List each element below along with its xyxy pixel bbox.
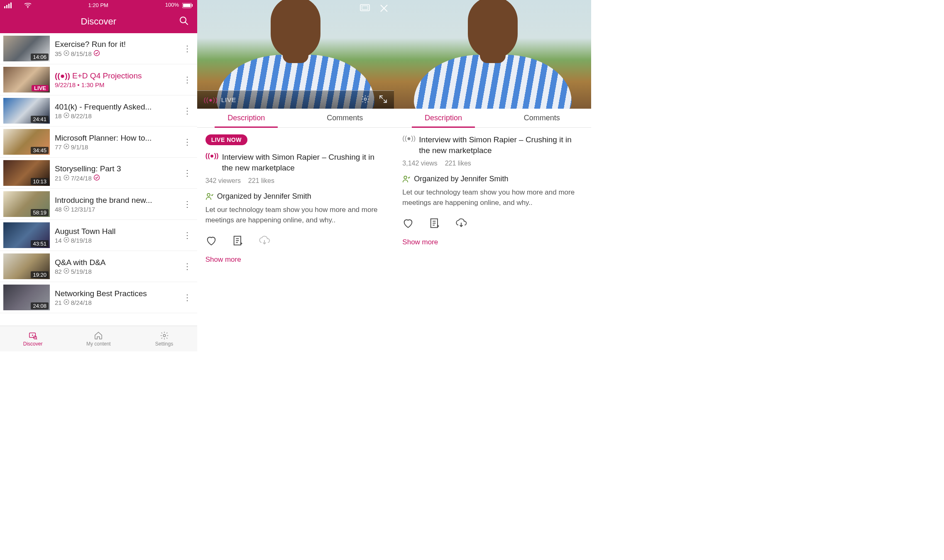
broadcast-icon: ((●)) [205,152,219,160]
svg-point-32 [163,334,166,337]
close-button[interactable] [380,4,388,14]
item-meta: 35 8/15/18 [55,50,181,58]
svg-marker-11 [66,52,68,54]
svg-line-31 [36,338,37,339]
list-item[interactable]: 19:20Q&A with D&A82 5/19/18⋮ [0,251,197,282]
stats-row: 3,142 views 221 likes [402,160,583,167]
player-vod-pane: Description Comments ((●)) Interview wit… [394,0,591,351]
list-item[interactable]: 43:51August Town Hall14 8/19/18⋮ [0,220,197,251]
add-to-list-button[interactable] [232,235,244,248]
cast-button[interactable] [360,4,370,14]
watched-icon [93,50,100,58]
svg-marker-21 [66,207,68,209]
svg-point-37 [364,98,367,100]
video-title: Interview with Simon Rapier – Crushing i… [419,134,583,156]
page-title: Discover [81,16,117,27]
show-more-button[interactable]: Show more [402,238,583,246]
list-item[interactable]: 14:06Exercise? Run for it!35 8/15/18 ⋮ [0,33,197,64]
video-title: Interview with Simon Rapier – Crushing i… [222,152,386,173]
list-item[interactable]: 24:08Networking Best Practices21 8/24/18… [0,282,197,313]
list-item[interactable]: LIVE((●)) E+D Q4 Projections9/22/18 • 1:… [0,64,197,95]
svg-line-38 [380,96,383,99]
list-item[interactable]: 24:41401(k) - Frequently Asked...18 8/22… [0,95,197,127]
thumbnail: 14:06 [3,36,50,61]
organizer-label: Organized by Jennifer Smith [414,175,508,183]
add-to-list-button[interactable] [429,217,440,231]
item-meta: 21 7/24/18 [55,174,181,182]
svg-rect-7 [192,4,193,7]
item-title: August Town Hall [55,227,181,236]
item-title: Exercise? Run for it! [55,40,181,49]
nav-settings[interactable]: Settings [131,326,197,351]
thumbnail: 24:41 [3,98,50,124]
settings-button[interactable] [361,95,370,105]
broadcast-icon: ((●)) [55,71,72,80]
home-icon [94,331,103,340]
more-button[interactable]: ⋮ [181,230,194,240]
video-description: Let our technology team show you how mor… [205,205,386,225]
tab-description[interactable]: Description [394,109,492,127]
person-icon [205,192,214,201]
search-icon [179,16,189,26]
list-item[interactable]: 10:13Storyselling: Part 321 7/24/18 ⋮ [0,158,197,189]
more-button[interactable]: ⋮ [181,261,194,271]
video-area-live[interactable]: ((●)) LIVE [197,0,394,109]
svg-marker-14 [66,114,68,116]
broadcast-icon: ((●)) [402,134,416,142]
more-button[interactable]: ⋮ [181,199,194,209]
tab-comments[interactable]: Comments [296,109,394,127]
item-meta: 18 8/22/18 [55,112,181,119]
discover-header: Discover [0,10,197,33]
item-meta: 77 9/1/18 [55,144,181,151]
status-time: 1:20 PM [88,2,108,8]
thumbnail: 19:20 [3,253,50,279]
item-meta: 9/22/18 • 1:30 PM [55,81,181,88]
video-list[interactable]: 14:06Exercise? Run for it!35 8/15/18 ⋮LI… [0,33,197,326]
discover-pane: 1:20 PM 100% Discover 14:06Exercise? Run… [0,0,197,351]
battery-icon [182,3,193,8]
svg-marker-29 [32,334,34,336]
duration-label: 58:19 [31,209,49,216]
live-indicator: ((●)) LIVE [204,96,237,103]
like-button[interactable] [402,217,414,231]
more-button[interactable]: ⋮ [181,44,194,54]
video-controls: ((●)) LIVE [197,90,394,109]
svg-rect-33 [360,5,369,11]
like-button[interactable] [205,235,217,248]
item-title: Storyselling: Part 3 [55,164,181,173]
play-count-icon [64,50,69,57]
list-item[interactable]: 34:45Microsoft Planner: How to...77 9/1/… [0,127,197,158]
video-description: Let our technology team show you how mor… [402,187,583,208]
tabs-vod: Description Comments [394,109,591,128]
tab-description[interactable]: Description [197,109,296,127]
item-meta: 14 8/19/18 [55,237,181,244]
video-area-vod[interactable] [394,0,591,109]
gear-icon [361,95,370,104]
svg-rect-6 [183,4,191,7]
tabs-live: Description Comments [197,109,394,128]
list-item[interactable]: 58:19Introducing the brand new...48 12/3… [0,189,197,220]
duration-label: 24:41 [31,116,49,123]
item-title: 401(k) - Frequently Asked... [55,102,181,112]
nav-mycontent[interactable]: My content [66,326,131,351]
more-button[interactable]: ⋮ [181,75,194,85]
svg-rect-0 [4,6,5,8]
cloud-download-icon [259,235,270,246]
show-more-button[interactable]: Show more [205,256,386,264]
play-count-icon [64,299,69,306]
svg-line-9 [185,22,188,24]
fullscreen-button[interactable] [379,95,387,105]
download-button[interactable] [455,217,467,231]
more-button[interactable]: ⋮ [181,106,194,116]
watched-icon [93,174,100,182]
item-title: Microsoft Planner: How to... [55,134,181,143]
search-button[interactable] [179,16,189,27]
more-button[interactable]: ⋮ [181,168,194,178]
nav-discover[interactable]: Discover [0,326,66,351]
organizer-label: Organized by Jennifer Smith [217,192,311,201]
play-count-icon [64,144,69,151]
item-title: Introducing the brand new... [55,196,181,205]
tab-comments[interactable]: Comments [493,109,591,127]
more-button[interactable]: ⋮ [181,137,194,147]
more-button[interactable]: ⋮ [181,292,194,302]
